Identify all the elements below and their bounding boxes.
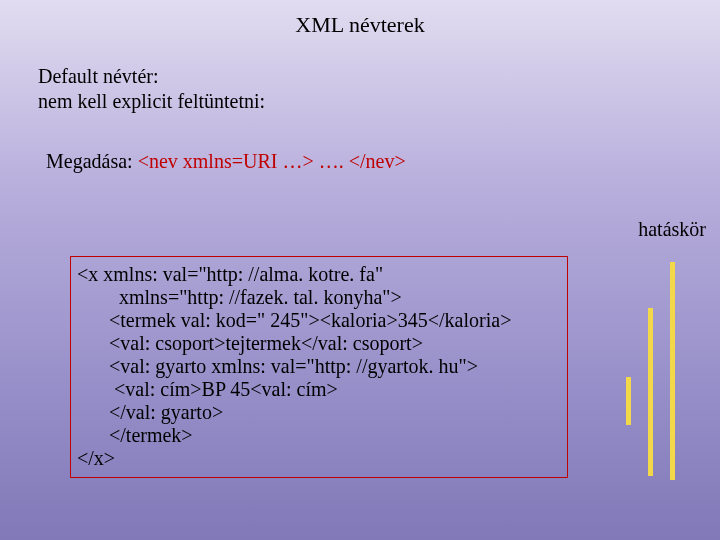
scope-label: hatáskör bbox=[638, 218, 706, 241]
intro-block: Default névtér: nem kell explicit feltün… bbox=[38, 64, 720, 114]
definition-expression: <nev xmlns=URI …> …. </nev> bbox=[138, 150, 406, 172]
definition-prefix: Megadása: bbox=[46, 150, 138, 172]
code-line: <val: csoport>tejtermek</val: csoport> bbox=[109, 332, 561, 355]
code-line: <termek val: kod=" 245"><kaloria>345</ka… bbox=[109, 309, 561, 332]
code-line: </termek> bbox=[109, 424, 561, 447]
intro-line-1: Default névtér: bbox=[38, 64, 720, 89]
code-line: <x xmlns: val="http: //alma. kotre. fa" bbox=[77, 263, 561, 286]
code-line: </x> bbox=[77, 447, 561, 470]
scope-bar-inner bbox=[626, 377, 631, 425]
slide: XML névterek Default névtér: nem kell ex… bbox=[0, 0, 720, 540]
code-line: </val: gyarto> bbox=[109, 401, 561, 424]
code-line: <val: gyarto xmlns: val="http: //gyartok… bbox=[109, 355, 561, 378]
slide-title: XML névterek bbox=[0, 0, 720, 46]
definition-line: Megadása: <nev xmlns=URI …> …. </nev> bbox=[46, 150, 720, 173]
code-example-box: <x xmlns: val="http: //alma. kotre. fa" … bbox=[70, 256, 568, 478]
scope-bars bbox=[584, 262, 694, 492]
code-line: <val: cím>BP 45<val: cím> bbox=[109, 378, 561, 401]
intro-line-2: nem kell explicit feltüntetni: bbox=[38, 89, 720, 114]
code-line: xmlns="http: //fazek. tal. konyha"> bbox=[109, 286, 561, 309]
scope-bar-outer bbox=[670, 262, 675, 480]
scope-bar-middle bbox=[648, 308, 653, 476]
